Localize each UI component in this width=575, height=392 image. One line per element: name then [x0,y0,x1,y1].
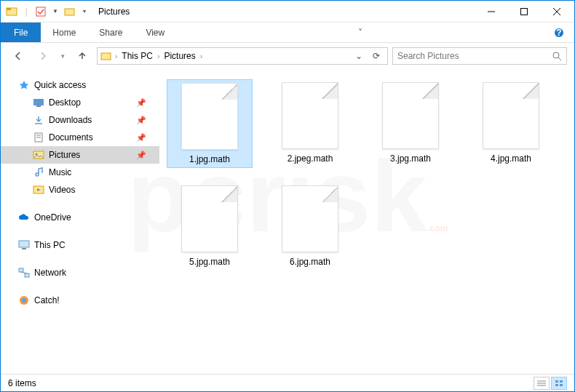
cloud-icon [18,212,30,223]
breadcrumb-label: This PC [122,51,153,61]
svg-text:?: ? [556,28,561,38]
star-icon [18,79,30,91]
address-dropdown-icon[interactable]: ⌄ [351,51,367,61]
nav-label: Music [49,167,71,177]
svg-rect-33 [560,380,563,383]
folder-icon [33,97,44,108]
nav-item-downloads[interactable]: Downloads📌 [1,111,159,129]
nav-onedrive[interactable]: OneDrive [1,209,159,226]
status-bar: 6 items [1,374,574,391]
nav-label: Pictures [49,150,80,160]
file-icon [282,185,338,252]
file-grid[interactable]: 1.jpg.math2.jpeg.math3.jpg.math4.jpg.mat… [159,69,574,374]
nav-catch[interactable]: Catch! [1,292,159,309]
svg-point-28 [22,298,26,303]
svg-rect-5 [520,8,527,15]
tab-view[interactable]: View [134,23,176,42]
nav-item-videos[interactable]: Videos [1,181,159,199]
svg-point-11 [553,52,559,58]
chevron-right-icon[interactable]: › [157,52,159,60]
close-button[interactable] [540,1,573,22]
svg-rect-2 [36,7,45,16]
address-row: ▾ › This PC › Pictures › ⌄ ⟳ Search Pict… [1,43,574,69]
svg-rect-35 [560,384,563,386]
nav-this-pc[interactable]: This PC [1,236,159,254]
file-item[interactable]: 4.jpg.math [468,79,554,168]
file-icon [181,83,238,150]
breadcrumb-thispc[interactable]: This PC [120,51,154,61]
file-item[interactable]: 2.jpeg.math [267,79,353,168]
ribbon-expand-icon[interactable]: ˅ [346,23,374,42]
qat-dropdown2-icon[interactable]: ▾ [78,5,91,18]
folder-icon [100,50,112,62]
file-item[interactable]: 3.jpg.math [368,79,453,168]
view-details-button[interactable] [534,377,550,390]
network-icon [18,267,30,279]
breadcrumb-label: Pictures [164,51,195,61]
svg-rect-25 [25,273,29,277]
nav-network[interactable]: Network [1,264,159,281]
svg-rect-24 [19,268,23,272]
recent-dropdown-icon[interactable]: ▾ [58,46,68,66]
qat-dropdown-icon[interactable]: ▼ [49,5,62,18]
svg-rect-3 [65,9,74,15]
view-icons-button[interactable] [551,377,567,390]
svg-rect-32 [555,380,558,383]
file-name: 5.jpg.math [189,257,230,267]
chevron-right-icon[interactable]: › [115,52,117,60]
svg-rect-23 [22,248,26,249]
catch-icon [18,295,30,306]
nav-label: Documents [49,132,93,143]
nav-item-desktop[interactable]: Desktop📌 [1,94,159,111]
window-title: Pictures [98,7,130,17]
file-icon [282,82,338,149]
back-button[interactable] [8,46,28,66]
search-placeholder: Search Pictures [397,51,459,61]
search-input[interactable]: Search Pictures [392,47,567,65]
minimize-button[interactable] [475,1,507,22]
maximize-button[interactable] [507,1,540,22]
file-icon [382,82,439,149]
qat-properties-icon[interactable] [34,5,47,18]
file-icon [483,82,539,149]
qat-newfolder-icon[interactable] [63,5,76,18]
file-item[interactable]: 5.jpg.math [167,183,253,270]
up-button[interactable] [72,46,92,66]
file-name: 6.jpg.math [290,257,330,267]
svg-rect-14 [36,105,41,107]
tab-share[interactable]: Share [87,23,134,42]
file-name: 4.jpg.math [491,153,531,164]
titlebar: | ▼ ▾ Pictures [1,1,574,23]
help-icon[interactable]: ? [544,23,574,42]
file-item[interactable]: 1.jpg.math [167,79,253,168]
nav-item-documents[interactable]: Documents📌 [1,129,159,146]
address-bar[interactable]: › This PC › Pictures › ⌄ ⟳ [97,47,388,65]
svg-rect-34 [555,384,558,386]
svg-rect-13 [33,99,44,105]
nav-quick-access[interactable]: Quick access [1,76,159,94]
nav-label: Videos [49,185,75,195]
forward-button[interactable] [33,46,53,66]
pc-icon [18,239,30,251]
chevron-right-icon[interactable]: › [200,52,202,60]
folder-icon [33,114,44,126]
nav-item-music[interactable]: Music [1,164,159,181]
search-icon[interactable] [552,51,562,61]
app-icon [5,5,18,18]
folder-icon [33,184,44,196]
nav-item-pictures[interactable]: Pictures📌 [1,146,159,164]
refresh-icon[interactable]: ⟳ [368,51,384,61]
folder-icon [33,149,44,161]
pin-icon: 📌 [136,133,146,143]
folder-icon [33,132,44,143]
nav-label: Desktop [49,97,81,108]
nav-label: OneDrive [34,212,71,223]
svg-rect-10 [101,53,111,60]
breadcrumb-pictures[interactable]: Pictures [162,51,197,61]
folder-icon [33,167,44,178]
file-tab[interactable]: File [1,23,41,42]
file-item[interactable]: 6.jpg.math [267,183,353,270]
navigation-pane: Quick access Desktop📌Downloads📌Documents… [1,69,159,374]
pin-icon: 📌 [136,116,146,125]
tab-home[interactable]: Home [41,23,87,42]
